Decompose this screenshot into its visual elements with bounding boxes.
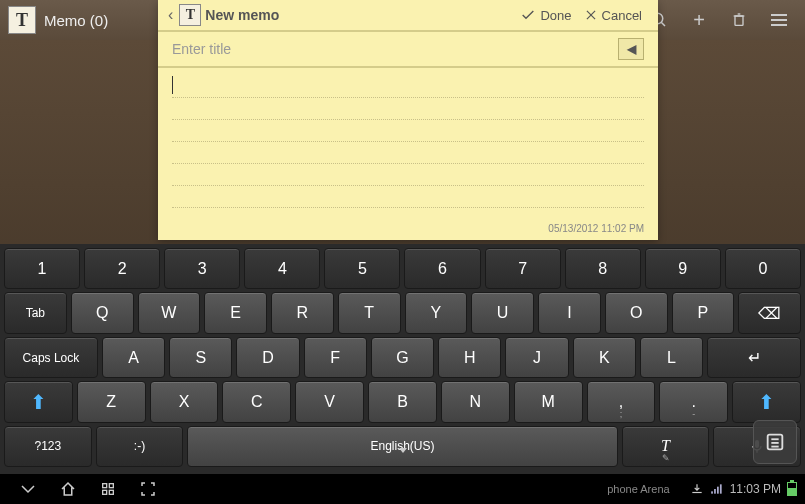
keyboard-row-1: 1 2 3 4 5 6 7 8 9 0	[2, 248, 803, 289]
key-b[interactable]: B	[368, 381, 437, 422]
key-h[interactable]: H	[438, 337, 501, 378]
menu-button[interactable]	[761, 2, 797, 38]
key-d[interactable]: D	[236, 337, 299, 378]
key-comma[interactable]: ,;	[587, 381, 656, 422]
key-l[interactable]: L	[640, 337, 703, 378]
key-6[interactable]: 6	[404, 248, 480, 289]
key-g[interactable]: G	[371, 337, 434, 378]
key-5[interactable]: 5	[324, 248, 400, 289]
key-x[interactable]: X	[150, 381, 219, 422]
shift-up-icon: ⬆	[30, 390, 47, 414]
key-u[interactable]: U	[471, 292, 534, 333]
key-symbols[interactable]: ?123	[4, 426, 92, 467]
key-tab[interactable]: Tab	[4, 292, 67, 333]
key-1[interactable]: 1	[4, 248, 80, 289]
key-e[interactable]: E	[204, 292, 267, 333]
svg-rect-2	[735, 16, 743, 25]
memo-header: ‹ T New memo Done Cancel	[158, 0, 658, 32]
key-o[interactable]: O	[605, 292, 668, 333]
memo-title-row: ◀	[158, 32, 658, 68]
recent-apps-icon	[100, 481, 116, 497]
keyboard-row-2: Tab Q W E R T Y U I O P ⌫	[2, 292, 803, 333]
key-a[interactable]: A	[102, 337, 165, 378]
svg-rect-20	[717, 487, 719, 494]
key-f[interactable]: F	[304, 337, 367, 378]
svg-line-1	[661, 22, 665, 26]
collapse-button[interactable]: ◀	[618, 38, 644, 60]
key-s[interactable]: S	[169, 337, 232, 378]
key-2[interactable]: 2	[84, 248, 160, 289]
shift-up-icon: ⬆	[758, 390, 775, 414]
app-title: Memo (0)	[44, 12, 108, 29]
key-p[interactable]: P	[672, 292, 735, 333]
done-button[interactable]: Done	[514, 3, 577, 27]
memo-header-label: New memo	[205, 7, 279, 23]
done-label: Done	[540, 8, 571, 23]
key-shift-left[interactable]: ⬆	[4, 381, 73, 422]
key-7[interactable]: 7	[485, 248, 561, 289]
svg-rect-21	[720, 484, 722, 493]
key-t[interactable]: T	[338, 292, 401, 333]
delete-button[interactable]	[721, 2, 757, 38]
memo-panel: ‹ T New memo Done Cancel ◀ 05/13/2012 11…	[158, 0, 658, 240]
cancel-button[interactable]: Cancel	[578, 4, 648, 27]
nav-screenshot[interactable]	[128, 480, 168, 498]
battery-icon	[787, 482, 797, 496]
svg-rect-16	[109, 490, 113, 494]
key-q[interactable]: Q	[71, 292, 134, 333]
key-y[interactable]: Y	[405, 292, 468, 333]
key-backspace[interactable]: ⌫	[738, 292, 801, 333]
add-button[interactable]: +	[681, 2, 717, 38]
svg-rect-13	[103, 484, 107, 488]
key-k[interactable]: K	[573, 337, 636, 378]
svg-rect-14	[109, 484, 113, 488]
key-period[interactable]: .-	[659, 381, 728, 422]
memo-timestamp: 05/13/2012 11:02 PM	[158, 218, 658, 240]
status-area[interactable]: 11:03 PM	[690, 482, 797, 496]
key-c[interactable]: C	[222, 381, 291, 422]
key-0[interactable]: 0	[725, 248, 801, 289]
key-space[interactable]: English(US)	[187, 426, 617, 467]
svg-rect-18	[711, 491, 713, 493]
home-icon	[59, 480, 77, 498]
nav-home[interactable]	[48, 480, 88, 498]
key-enter[interactable]: ↵	[707, 337, 801, 378]
key-shift-right[interactable]: ⬆	[732, 381, 801, 422]
system-nav-bar: phone Arena 11:03 PM	[0, 474, 805, 504]
keyboard-row-4: ⬆ Z X C V B N M ,; .- ⬆	[2, 381, 803, 422]
keyboard-row-3: Caps Lock A S D F G H J K L ↵	[2, 337, 803, 378]
key-4[interactable]: 4	[244, 248, 320, 289]
keyboard-row-5: ?123 :-) English(US) T✎	[2, 426, 803, 467]
download-icon	[690, 483, 704, 495]
svg-rect-19	[714, 489, 716, 494]
key-m[interactable]: M	[514, 381, 583, 422]
key-capslock[interactable]: Caps Lock	[4, 337, 98, 378]
text-cursor	[172, 76, 173, 94]
list-icon	[764, 431, 786, 453]
brand-watermark: phone Arena	[607, 483, 669, 495]
memo-body-input[interactable]	[158, 68, 658, 218]
cancel-label: Cancel	[602, 8, 642, 23]
nav-recent[interactable]	[88, 481, 128, 497]
key-v[interactable]: V	[295, 381, 364, 422]
memo-title-input[interactable]	[172, 41, 618, 57]
back-chevron-icon[interactable]: ‹	[168, 6, 173, 24]
key-r[interactable]: R	[271, 292, 334, 333]
key-text-input-mode[interactable]: T✎	[622, 426, 710, 467]
key-8[interactable]: 8	[565, 248, 641, 289]
key-n[interactable]: N	[441, 381, 510, 422]
nav-hide-keyboard[interactable]	[8, 482, 48, 496]
key-z[interactable]: Z	[77, 381, 146, 422]
floating-menu-button[interactable]	[753, 420, 797, 464]
key-3[interactable]: 3	[164, 248, 240, 289]
key-j[interactable]: J	[505, 337, 568, 378]
key-i[interactable]: I	[538, 292, 601, 333]
app-icon: T	[8, 6, 36, 34]
chevron-down-icon	[19, 482, 37, 496]
key-w[interactable]: W	[138, 292, 201, 333]
memo-icon: T	[179, 4, 201, 26]
svg-rect-15	[103, 490, 107, 494]
clock: 11:03 PM	[730, 482, 781, 496]
key-emoji[interactable]: :-)	[96, 426, 184, 467]
key-9[interactable]: 9	[645, 248, 721, 289]
